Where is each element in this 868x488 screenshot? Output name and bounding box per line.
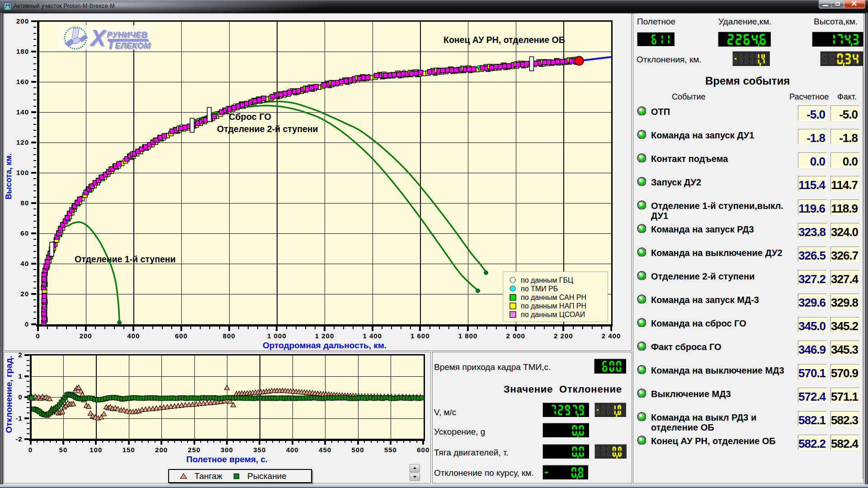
svg-text:1 400: 1 400 <box>363 332 382 340</box>
svg-text:60: 60 <box>20 229 29 237</box>
svg-text:по данным НАП РН: по данным НАП РН <box>521 302 586 310</box>
svg-text:2 000: 2 000 <box>506 332 525 340</box>
svg-text:2 200: 2 200 <box>554 332 573 340</box>
svg-text:100: 100 <box>16 169 29 176</box>
svg-text:1 800: 1 800 <box>458 332 478 340</box>
svg-text:180: 180 <box>16 47 29 55</box>
svg-text:Отделение 2-й ступени: Отделение 2-й ступени <box>217 124 318 134</box>
svg-text:по данным ЦСОАИ: по данным ЦСОАИ <box>521 311 585 318</box>
svg-text:400: 400 <box>127 332 140 340</box>
svg-text:2: 2 <box>18 352 22 359</box>
svg-text:600: 600 <box>417 446 429 454</box>
svg-text:300: 300 <box>221 446 233 454</box>
svg-text:600: 600 <box>175 332 188 340</box>
svg-text:-1: -1 <box>15 414 22 422</box>
svg-text:0: 0 <box>36 332 40 340</box>
svg-text:Т: Т <box>107 37 116 52</box>
svg-text:50: 50 <box>59 446 68 454</box>
svg-text:200: 200 <box>155 446 168 454</box>
svg-text:160: 160 <box>16 78 29 85</box>
svg-text:200: 200 <box>80 332 92 340</box>
svg-text:Х: Х <box>89 25 107 51</box>
svg-text:Сброс ГО: Сброс ГО <box>229 112 271 122</box>
svg-text:0: 0 <box>28 446 33 454</box>
svg-text:ЕЛЕКОМ: ЕЛЕКОМ <box>115 41 151 50</box>
svg-text:80: 80 <box>20 199 29 207</box>
svg-text:по ТМИ РБ: по ТМИ РБ <box>521 285 558 293</box>
svg-text:200: 200 <box>16 17 29 25</box>
svg-text:0: 0 <box>18 393 22 401</box>
svg-text:Отделение 1-й ступени: Отделение 1-й ступени <box>75 254 176 264</box>
svg-text:-2: -2 <box>15 435 22 443</box>
svg-text:550: 550 <box>384 446 397 454</box>
svg-text:по данным ГБЦ: по данным ГБЦ <box>521 276 573 284</box>
svg-text:450: 450 <box>319 446 331 454</box>
svg-text:140: 140 <box>16 108 29 116</box>
svg-text:40: 40 <box>20 260 29 267</box>
svg-text:Ортодромная дальность, км.: Ортодромная дальность, км. <box>263 341 387 350</box>
svg-text:Полетное время, с.: Полетное время, с. <box>186 455 268 464</box>
svg-text:350: 350 <box>253 446 266 454</box>
svg-text:0: 0 <box>25 320 29 328</box>
svg-text:100: 100 <box>90 446 102 454</box>
svg-text:250: 250 <box>188 446 200 454</box>
svg-text:Отклонение, град.: Отклонение, град. <box>4 356 14 433</box>
svg-text:400: 400 <box>286 446 299 454</box>
svg-text:120: 120 <box>16 138 29 146</box>
svg-text:150: 150 <box>123 446 135 454</box>
svg-text:1 000: 1 000 <box>267 332 287 340</box>
svg-text:2 400: 2 400 <box>602 332 621 340</box>
svg-text:1 200: 1 200 <box>315 332 335 340</box>
svg-text:1 600: 1 600 <box>410 332 430 340</box>
svg-text:по данным САН РН: по данным САН РН <box>521 294 586 301</box>
svg-text:1: 1 <box>18 372 22 380</box>
svg-text:Конец АУ РН, отделение ОБ: Конец АУ РН, отделение ОБ <box>443 35 565 45</box>
svg-text:20: 20 <box>20 290 29 298</box>
svg-text:500: 500 <box>351 446 364 454</box>
svg-text:800: 800 <box>223 332 236 340</box>
svg-text:Высота, км.: Высота, км. <box>4 153 13 199</box>
